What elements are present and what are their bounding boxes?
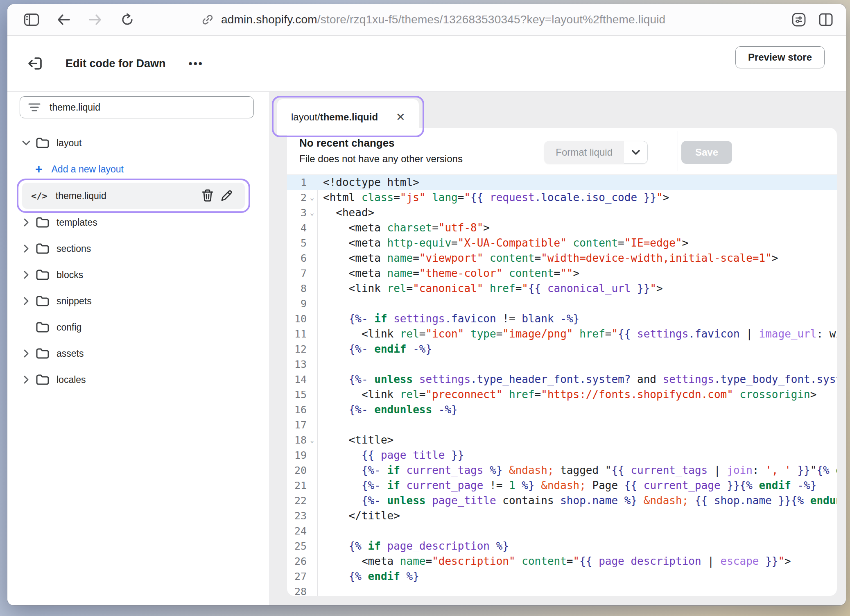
code-line-15[interactable]: 15 <link rel="preconnect" href="https://… xyxy=(287,387,837,402)
file-search-input[interactable]: theme.liquid xyxy=(20,96,254,118)
code-line-24[interactable]: 24 xyxy=(287,523,837,539)
link-icon xyxy=(200,12,215,27)
exit-editor-icon[interactable] xyxy=(25,54,44,73)
code-editor[interactable]: 1<!doctype html>2⌄<html class="js" lang=… xyxy=(287,175,837,596)
chevron-right-icon[interactable] xyxy=(19,297,34,306)
sidebar-item-config[interactable]: config xyxy=(19,318,258,337)
sidebar-item-label: sections xyxy=(57,243,91,254)
sidebar-item-assets[interactable]: assets xyxy=(19,344,258,363)
code-line-12[interactable]: 12 {%- endif -%} xyxy=(287,342,837,357)
overflow-menu-button[interactable]: ••• xyxy=(189,57,203,70)
sidebar-item-theme-liquid[interactable]: </> theme.liquid xyxy=(22,183,245,209)
code-text: {%- unless settings.type_header_font.sys… xyxy=(317,372,837,387)
code-line-28[interactable]: 28 xyxy=(287,584,837,596)
code-line-1[interactable]: 1<!doctype html> xyxy=(287,175,837,190)
code-line-20[interactable]: 20 {%- if current_tags %} &ndash; tagged… xyxy=(287,463,837,478)
sidebar-item-sections[interactable]: sections xyxy=(19,239,258,258)
add-new-layout-link[interactable]: + Add a new layout xyxy=(19,160,258,179)
code-line-10[interactable]: 10 {%- if settings.favicon != blank -%} xyxy=(287,311,837,326)
code-line-4[interactable]: 4 <meta charset="utf-8"> xyxy=(287,220,837,236)
code-line-18[interactable]: 18⌄ <title> xyxy=(287,433,837,448)
code-line-27[interactable]: 27 {% endif %} xyxy=(287,569,837,584)
code-line-14[interactable]: 14 {%- unless settings.type_header_font.… xyxy=(287,372,837,387)
code-line-17[interactable]: 17 xyxy=(287,417,837,433)
app-header: Edit code for Dawn ••• Preview store xyxy=(7,36,846,92)
code-line-8[interactable]: 8 <link rel="canonical" href="{{ canonic… xyxy=(287,281,837,296)
line-number: 24 xyxy=(287,523,307,539)
code-text: {%- endunless -%} xyxy=(317,402,458,417)
fold-chevron-icon[interactable]: ⌄ xyxy=(307,433,317,448)
file-sidebar: theme.liquid layout + Add a new layout xyxy=(7,92,270,605)
line-number: 8 xyxy=(287,281,307,296)
sidebar-item-locales[interactable]: locales xyxy=(19,370,258,389)
sidebar-item-layout[interactable]: layout xyxy=(19,134,258,152)
file-tree: layout + Add a new layout </> theme.liqu… xyxy=(7,118,269,389)
code-text: {%- if current_tags %} &ndash; tagged "{… xyxy=(317,463,837,478)
rename-file-icon[interactable] xyxy=(217,190,236,202)
chevron-down-icon[interactable] xyxy=(19,140,34,146)
back-icon[interactable] xyxy=(56,12,71,27)
split-view-icon[interactable] xyxy=(818,12,834,27)
folder-icon xyxy=(34,322,52,333)
code-text: {% if page_description %} xyxy=(317,539,509,554)
line-number: 10 xyxy=(287,311,307,326)
save-button[interactable]: Save xyxy=(681,141,732,164)
chevron-right-icon[interactable] xyxy=(19,270,34,279)
chevron-right-icon[interactable] xyxy=(19,244,34,253)
line-number: 12 xyxy=(287,342,307,357)
code-line-26[interactable]: 26 <meta name="description" content="{{ … xyxy=(287,554,837,569)
code-line-25[interactable]: 25 {% if page_description %} xyxy=(287,539,837,554)
code-text: {{ page_title }} xyxy=(317,448,464,463)
code-line-5[interactable]: 5 <meta http-equiv="X-UA-Compatible" con… xyxy=(287,236,837,251)
code-line-23[interactable]: 23 </title> xyxy=(287,508,837,523)
status-title: No recent changes xyxy=(299,137,395,149)
fold-chevron-icon[interactable]: ⌄ xyxy=(307,205,317,220)
page-title: Edit code for Dawn xyxy=(66,57,166,70)
code-file-icon: </> xyxy=(31,191,47,201)
code-line-22[interactable]: 22 {%- unless page_title contains shop.n… xyxy=(287,493,837,508)
line-number: 5 xyxy=(287,236,307,251)
delete-file-icon[interactable] xyxy=(198,189,217,202)
address-bar[interactable]: admin.shopify.com/store/rzq1xu-f5/themes… xyxy=(200,4,665,35)
page-settings-icon[interactable] xyxy=(791,12,807,27)
line-number: 15 xyxy=(287,387,307,402)
folder-icon xyxy=(34,295,52,307)
line-number: 17 xyxy=(287,417,307,433)
line-number: 21 xyxy=(287,478,307,493)
sidebar-item-label: blocks xyxy=(57,270,83,281)
plus-icon: + xyxy=(35,163,43,175)
preview-store-button[interactable]: Preview store xyxy=(735,46,825,68)
code-text: <meta name="viewport" content="width=dev… xyxy=(317,251,778,266)
code-line-2[interactable]: 2⌄<html class="js" lang="{{ request.loca… xyxy=(287,190,837,205)
format-dropdown-button[interactable] xyxy=(624,141,648,164)
code-line-3[interactable]: 3⌄ <head> xyxy=(287,205,837,220)
fold-chevron-icon[interactable]: ⌄ xyxy=(307,190,317,205)
sidebar-item-label: assets xyxy=(57,348,84,359)
code-line-19[interactable]: 19 {{ page_title }} xyxy=(287,448,837,463)
code-line-13[interactable]: 13 xyxy=(287,357,837,372)
chevron-right-icon[interactable] xyxy=(19,218,34,227)
code-line-16[interactable]: 16 {%- endunless -%} xyxy=(287,402,837,417)
line-number: 6 xyxy=(287,251,307,266)
format-liquid-button[interactable]: Format liquid xyxy=(544,141,624,164)
browser-window: admin.shopify.com/store/rzq1xu-f5/themes… xyxy=(7,4,846,605)
code-text: <meta name="description" content="{{ pag… xyxy=(317,554,791,569)
sidebar-toggle-icon[interactable] xyxy=(24,12,39,27)
reload-icon[interactable] xyxy=(120,12,135,27)
editor-card: No recent changes File does not have any… xyxy=(287,128,837,596)
sidebar-item-blocks[interactable]: blocks xyxy=(19,265,258,284)
code-line-21[interactable]: 21 {%- if current_page != 1 %} &ndash; P… xyxy=(287,478,837,493)
code-text: <link rel="canonical" href="{{ canonical… xyxy=(317,281,663,296)
sidebar-item-snippets[interactable]: snippets xyxy=(19,292,258,310)
code-line-11[interactable]: 11 <link rel="icon" type="image/png" hre… xyxy=(287,326,837,342)
forward-icon[interactable] xyxy=(88,12,103,27)
code-text: <link rel="preconnect" href="https://fon… xyxy=(317,387,816,402)
header-divider xyxy=(678,131,678,171)
code-line-7[interactable]: 7 <meta name="theme-color" content=""> xyxy=(287,266,837,281)
search-value: theme.liquid xyxy=(50,102,100,113)
sidebar-item-templates[interactable]: templates xyxy=(19,213,258,232)
chevron-right-icon[interactable] xyxy=(19,349,34,358)
code-line-9[interactable]: 9 xyxy=(287,296,837,311)
chevron-right-icon[interactable] xyxy=(19,375,34,384)
code-line-6[interactable]: 6 <meta name="viewport" content="width=d… xyxy=(287,251,837,266)
